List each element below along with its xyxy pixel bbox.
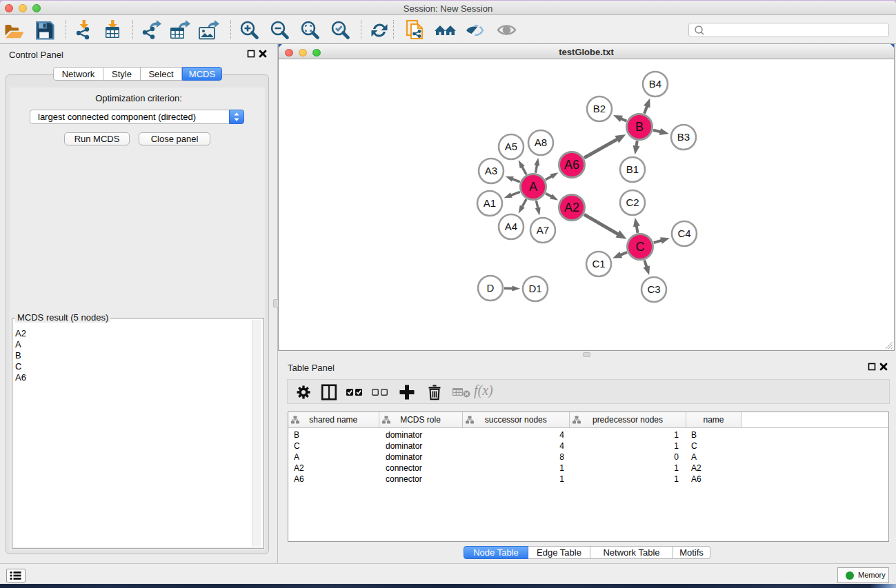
svg-text:C: C xyxy=(636,240,645,254)
svg-text:A5: A5 xyxy=(505,141,517,152)
svg-text:B1: B1 xyxy=(626,163,639,175)
svg-text:A8: A8 xyxy=(535,136,547,148)
svg-text:A: A xyxy=(529,180,537,194)
svg-text:A3: A3 xyxy=(485,165,497,176)
svg-text:A7: A7 xyxy=(537,224,549,236)
svg-text:D1: D1 xyxy=(528,283,541,294)
svg-text:B2: B2 xyxy=(593,103,606,114)
svg-text:C2: C2 xyxy=(626,196,639,208)
svg-text:A6: A6 xyxy=(564,158,579,172)
svg-text:B3: B3 xyxy=(677,131,690,143)
svg-text:C4: C4 xyxy=(677,227,690,239)
svg-text:A1: A1 xyxy=(484,197,496,209)
svg-text:D: D xyxy=(487,282,495,294)
svg-text:B4: B4 xyxy=(649,78,661,90)
svg-text:A2: A2 xyxy=(564,201,579,214)
svg-text:C3: C3 xyxy=(647,283,660,295)
svg-text:C1: C1 xyxy=(592,258,605,270)
svg-text:B: B xyxy=(635,120,644,134)
svg-text:A4: A4 xyxy=(505,221,517,232)
